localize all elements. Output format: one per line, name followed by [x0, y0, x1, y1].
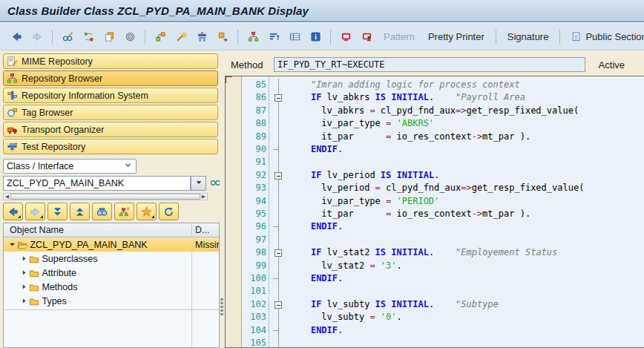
- code-line-85[interactable]: 85 "Imran adding logic for process conte…: [226, 79, 644, 91]
- code-line-97[interactable]: 97: [226, 234, 644, 246]
- code-line-88[interactable]: 88 iv_par_type = 'ABKRS': [226, 117, 644, 130]
- code-line-93[interactable]: 93 lv_period = cl_pyd_fnd_aux=>get_resp_…: [226, 182, 644, 194]
- display-change-button[interactable]: [59, 28, 76, 46]
- object-name-dropdown-button[interactable]: [191, 176, 206, 191]
- code-line-103[interactable]: 103 lv_subty = '0'.: [226, 311, 644, 324]
- find-button[interactable]: [92, 203, 112, 220]
- object-name-input[interactable]: [3, 176, 191, 191]
- collapse-arrow-icon[interactable]: [7, 240, 17, 249]
- code-line-89[interactable]: 89 it_par = io_res_context->mt_par ).: [226, 131, 644, 143]
- pretty-printer-button[interactable]: Pretty Printer: [428, 31, 484, 42]
- navigate-button[interactable]: [214, 28, 231, 46]
- repository-information-system-label: Repository Information System: [22, 91, 148, 101]
- code-line-96[interactable]: 96 ENDIF.: [226, 220, 644, 233]
- fold-collapse-icon[interactable]: [275, 172, 282, 180]
- syntax-check-button[interactable]: [193, 28, 211, 46]
- code-text: lv_period = cl_pyd_fnd_aux=>get_resp_fix…: [289, 182, 584, 194]
- mime-repository-label: MIME Repository: [22, 56, 93, 67]
- history-forward-button[interactable]: [25, 203, 45, 220]
- code-line-98[interactable]: 98 IF lv_stat2 IS INITIAL. "Employement …: [226, 246, 644, 259]
- expand-arrow-icon[interactable]: [19, 269, 29, 277]
- dropdown-corner-icon: [40, 215, 43, 218]
- favorites-button[interactable]: [137, 203, 157, 220]
- code-line-91[interactable]: 91: [226, 156, 644, 168]
- pattern-button[interactable]: Pattern: [384, 31, 415, 42]
- code-line-101[interactable]: 101: [226, 285, 644, 298]
- fold-scope-line: [278, 143, 279, 156]
- code-line-87[interactable]: 87 lv_abkrs = cl_pyd_fnd_aux=>get_resp_f…: [226, 105, 644, 117]
- sidebar-button-transport-organizer[interactable]: Transport Organizer: [3, 122, 218, 137]
- line-number: 94: [243, 195, 266, 208]
- expand-all-button[interactable]: [47, 203, 68, 220]
- tree-item-label: Superclasses: [39, 254, 98, 264]
- history-back-button[interactable]: [3, 203, 23, 220]
- scroll-right-arrow[interactable]: ▶: [200, 194, 207, 200]
- activate-button[interactable]: [121, 28, 139, 46]
- code-area[interactable]: 85 "Imran adding logic for process conte…: [226, 76, 644, 348]
- refresh-tree-button[interactable]: [159, 203, 179, 220]
- forward-button[interactable]: [28, 28, 46, 46]
- workbench-hierarchy-icon: [119, 206, 130, 217]
- pattern-wand-button[interactable]: [172, 28, 190, 46]
- method-name-input[interactable]: [274, 57, 585, 72]
- copy-button[interactable]: [100, 28, 118, 46]
- folder-icon: [17, 240, 27, 250]
- fold-end-tick: [273, 149, 278, 150]
- fold-scope-line: [278, 182, 279, 194]
- back-button[interactable]: [7, 28, 25, 46]
- sidebar-button-repository-browser[interactable]: Repository Browser: [3, 70, 218, 86]
- sort-levels-icon: [269, 31, 280, 42]
- scrollbar-thumb[interactable]: [10, 194, 200, 200]
- horizontal-scrollbar[interactable]: ◀ ▶: [3, 193, 208, 200]
- expand-arrow-icon[interactable]: [19, 255, 29, 263]
- new-session-button[interactable]: [358, 28, 375, 46]
- tree-item-methods[interactable]: Methods: [4, 280, 219, 294]
- collapse-all-button[interactable]: [70, 203, 90, 220]
- signature-button[interactable]: Signature: [507, 31, 549, 42]
- code-line-102[interactable]: 102 IF lv_subty IS INITIAL. "Subtype: [226, 298, 644, 311]
- expand-arrow-icon[interactable]: [19, 297, 29, 305]
- object-type-select[interactable]: Class / Interface: [3, 159, 137, 174]
- code-line-104[interactable]: 104 ENDIF.: [226, 324, 644, 337]
- abap-code-editor[interactable]: 85 "Imran adding logic for process conte…: [225, 76, 644, 348]
- scroll-left-arrow[interactable]: ◀: [4, 194, 10, 200]
- public-section-button[interactable]: Public Section: [571, 31, 644, 42]
- fold-collapse-icon[interactable]: [275, 249, 282, 257]
- workbench-hierarchy-button[interactable]: [114, 203, 134, 220]
- fold-scope-line: [278, 234, 279, 246]
- tree-item-attribute[interactable]: Attribute: [4, 266, 219, 280]
- display-object-button[interactable]: [210, 177, 220, 189]
- debugging-session-button[interactable]: [337, 28, 355, 46]
- main-toolbar: iPatternPretty PrinterSignaturePublic Se…: [0, 24, 644, 50]
- table-view-button[interactable]: [286, 28, 303, 46]
- syntax-check-icon: [197, 31, 208, 42]
- tree-item-zcl-pyd-pa-main-bank[interactable]: ZCL_PYD_PA_MAIN_BANKMissing: [4, 237, 219, 252]
- code-line-90[interactable]: 90 ENDIF.: [226, 143, 644, 156]
- object-hierarchy-button[interactable]: [244, 28, 262, 46]
- expand-arrow-icon[interactable]: [19, 283, 29, 291]
- refresh-button[interactable]: [79, 28, 97, 46]
- combo-arrow-icon: [194, 177, 203, 190]
- panel-splitter[interactable]: [220, 50, 225, 348]
- code-line-99[interactable]: 99 lv_stat2 = '3'.: [226, 260, 644, 272]
- sidebar-button-test-repository[interactable]: Test Repository: [3, 139, 218, 154]
- sidebar-button-tag-browser[interactable]: Tag Browser: [3, 105, 218, 120]
- splitter-handle[interactable]: [220, 297, 224, 317]
- info-button[interactable]: i: [306, 28, 324, 46]
- sidebar-button-mime-repository[interactable]: MIME Repository: [3, 53, 218, 69]
- code-line-100[interactable]: 100 ENDIF.: [226, 272, 644, 285]
- line-number: 104: [243, 324, 266, 337]
- fold-collapse-icon[interactable]: [275, 94, 282, 102]
- code-line-86[interactable]: 86 IF lv_abkrs IS INITIAL. "Payroll Area: [226, 91, 644, 104]
- code-line-95[interactable]: 95 it_par = io_res_context->mt_par ).: [226, 208, 644, 220]
- fold-collapse-icon[interactable]: [275, 301, 282, 309]
- line-number: 89: [243, 131, 266, 143]
- where-used-button[interactable]: [151, 28, 169, 46]
- sidebar-button-repository-information-system[interactable]: Repository Information System: [3, 88, 218, 103]
- tree-item-types[interactable]: Types: [4, 294, 219, 308]
- tree-item-superclasses[interactable]: Superclasses: [4, 252, 219, 266]
- sort-levels-button[interactable]: [265, 28, 283, 46]
- code-line-92[interactable]: 92 IF lv_period IS INITIAL.: [226, 169, 644, 182]
- code-line-105[interactable]: 105: [226, 337, 644, 348]
- code-line-94[interactable]: 94 iv_par_type = 'PERIOD': [226, 195, 644, 208]
